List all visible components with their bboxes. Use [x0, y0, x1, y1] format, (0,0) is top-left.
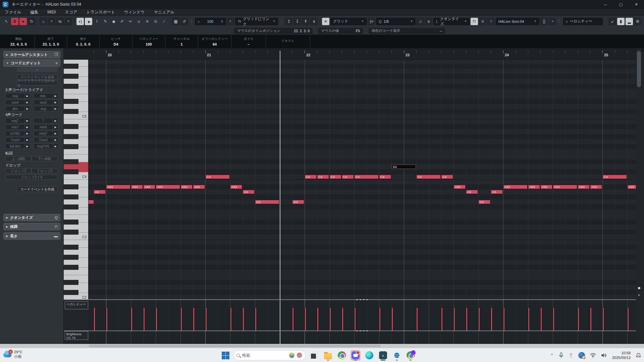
- velocity-lane-label[interactable]: ベロシティー: [65, 301, 88, 309]
- tray-notification-bell-icon[interactable]: z: [636, 353, 641, 358]
- chord-button-7[interactable]: 7▶: [34, 118, 58, 123]
- piano-black-key[interactable]: [64, 280, 78, 285]
- length-quantize-dropdown[interactable]: L クオンタイズ. ▼: [433, 18, 470, 25]
- pin-tool-button[interactable]: ↖: [3, 18, 10, 25]
- info-field-開始[interactable]: 開始22. 4. 3. 0: [3, 35, 35, 48]
- more-options-icon[interactable]: ⋮: [189, 19, 194, 23]
- menu-item-MIDI[interactable]: MIDI: [47, 10, 56, 14]
- maximize-button[interactable]: ▢: [613, 0, 629, 9]
- time-ruler[interactable]: 202122232425: [89, 48, 636, 60]
- midi-note-A#3[interactable]: A#3: [106, 185, 130, 189]
- event-colors-dropdown[interactable]: ♪ ベロシティー: [563, 18, 603, 25]
- chord-button-arrow-icon[interactable]: ▶: [53, 94, 58, 98]
- midi-note-A3[interactable]: A3: [466, 190, 478, 194]
- piano-black-key[interactable]: [64, 245, 78, 250]
- velocity-bar[interactable]: [416, 307, 418, 330]
- chord-button-arrow-icon[interactable]: ▶: [24, 125, 30, 129]
- chord-button-full dim[interactable]: full dim▶: [5, 143, 30, 149]
- velocity-bar[interactable]: [528, 307, 530, 330]
- range-selection-tool[interactable]: I: [93, 18, 101, 25]
- velocity-bar[interactable]: [578, 307, 579, 330]
- chord-button-arrow-icon[interactable]: ▶: [24, 137, 30, 142]
- swing-button[interactable]: ♫: [417, 18, 424, 25]
- midi-note-C4[interactable]: C4: [317, 175, 329, 179]
- iterative-quantize-button[interactable]: e: [425, 18, 432, 25]
- chord-button-minj7[interactable]: minj7▶: [34, 131, 58, 136]
- search-box[interactable]: 検索: [233, 350, 306, 360]
- menu-item-ファイル[interactable]: ファイル: [5, 9, 21, 15]
- drop-2-4-button[interactable]: ドロップ2 + 4: [5, 175, 58, 180]
- piano-black-key[interactable]: [64, 64, 78, 69]
- velocity-bar[interactable]: [143, 307, 145, 330]
- vertical-zoom-dot[interactable]: [638, 287, 640, 289]
- piano-black-key[interactable]: [64, 290, 78, 295]
- midi-note-A#3[interactable]: A#3: [131, 185, 143, 189]
- length-section[interactable]: ▶長さ ▬: [3, 232, 60, 240]
- chord-button-arrow-icon[interactable]: ▶: [24, 94, 30, 98]
- midi-note-A#3[interactable]: A#3: [193, 185, 205, 189]
- inversion-button-下へ移動[interactable]: 下へ移動: [32, 156, 58, 161]
- chord-button-arrow-icon[interactable]: ▶: [53, 118, 58, 123]
- chord-button-maj7[interactable]: maj7▶: [5, 118, 30, 123]
- part-borders-dropdown[interactable]: ▼: [65, 18, 72, 25]
- tray-wifi-icon[interactable]: [590, 353, 596, 358]
- lane-split-handle[interactable]: [356, 330, 370, 331]
- chord-button-sus2[interactable]: sus2▶: [34, 100, 58, 105]
- controller-lane[interactable]: [89, 331, 636, 344]
- chord-button-maj[interactable]: maj▶: [5, 93, 30, 99]
- piano-black-key[interactable]: [64, 255, 78, 260]
- line-tool[interactable]: ∕: [160, 18, 168, 25]
- piano-black-key[interactable]: [64, 84, 78, 89]
- insert-velocity-dropdown[interactable]: ▼: [227, 18, 234, 25]
- step-input-dropdown[interactable]: ▼: [487, 18, 495, 25]
- vertical-scroll-thumb[interactable]: [637, 51, 641, 87]
- piano-black-key[interactable]: [64, 74, 78, 79]
- piano-black-key[interactable]: [64, 99, 78, 104]
- velocity-bar[interactable]: [354, 307, 356, 330]
- chord-button-min7[interactable]: min7▶: [5, 124, 30, 130]
- audition-speaker-button[interactable]: ◖): [76, 18, 84, 25]
- midi-note-A#3[interactable]: A#3: [453, 185, 466, 189]
- piano-black-key[interactable]: [64, 230, 78, 235]
- piano-black-key[interactable]: [64, 134, 78, 139]
- time-warp-button[interactable]: ▦: [172, 18, 179, 25]
- taskbar-browser-sphere-button[interactable]: [392, 350, 402, 361]
- scale-assistant-section[interactable]: ▶スケールアシスタント ❒: [3, 51, 60, 58]
- velocity-bar[interactable]: [292, 307, 294, 330]
- tray-volume-icon[interactable]: [601, 353, 607, 358]
- mute-tool[interactable]: ✕: [144, 18, 151, 25]
- midi-note-G3[interactable]: [89, 200, 94, 204]
- taskbar-file-explorer-button[interactable]: [323, 350, 333, 361]
- drop-button-ドロップ3[interactable]: ドロップ3: [32, 168, 58, 173]
- tray-accessibility-icon[interactable]: [569, 353, 573, 358]
- drop-button-ドロップ2[interactable]: ドロップ2: [5, 168, 32, 173]
- setup-toolbar-button[interactable]: ⚙: [634, 18, 641, 25]
- chord-button-arrow-icon[interactable]: ▶: [53, 144, 58, 148]
- horizontal-scroll-thumb[interactable]: [89, 345, 381, 347]
- chord-button-arrow-icon[interactable]: ▶: [53, 131, 58, 136]
- menu-item-マニュアル[interactable]: マニュアル: [154, 9, 174, 15]
- tray-microphone-icon[interactable]: [559, 352, 564, 358]
- chord-button-maj7/#5[interactable]: maj7/#5▶: [34, 143, 58, 149]
- midi-note-A3[interactable]: A3: [243, 190, 255, 194]
- taskbar-task-view-button[interactable]: [309, 350, 319, 361]
- velocity-lane-separator[interactable]: [64, 299, 636, 300]
- chord-button-dim[interactable]: dim▶: [5, 106, 30, 111]
- midi-note-A#3[interactable]: A#3: [553, 185, 577, 189]
- more-options-icon[interactable]: ⋮: [557, 19, 562, 23]
- info-field-長さ[interactable]: 長さ0. 1. 0. 0: [67, 35, 100, 48]
- velocity-bar[interactable]: [503, 307, 505, 330]
- create-chord-event-button[interactable]: コードイベントを作成: [17, 186, 58, 192]
- velocity-bar[interactable]: [255, 307, 257, 330]
- erase-tool[interactable]: ◆: [110, 18, 117, 25]
- quantize-section[interactable]: ▶クオンタイズ Q: [3, 214, 60, 221]
- chord-button-arrow-icon[interactable]: ▶: [24, 144, 30, 148]
- midi-note-C4[interactable]: C4: [441, 175, 453, 179]
- midi-note-A#3[interactable]: A#3: [578, 185, 590, 189]
- velocity-lane[interactable]: [89, 300, 636, 331]
- piano-black-key[interactable]: [64, 124, 78, 129]
- midi-note-A3[interactable]: A3: [491, 190, 503, 194]
- piano-black-key[interactable]: [64, 194, 78, 199]
- midi-note-A#3[interactable]: A#3: [503, 185, 528, 189]
- velocity-bar[interactable]: [131, 307, 132, 330]
